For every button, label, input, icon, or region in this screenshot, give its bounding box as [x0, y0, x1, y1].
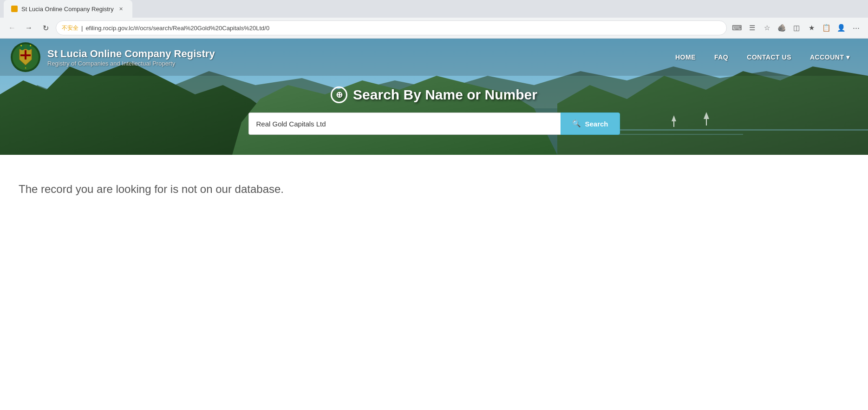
extensions-button[interactable]: 🪨 [775, 21, 788, 34]
favorites-button[interactable]: ☆ [760, 21, 773, 34]
address-bar[interactable]: 不安全 | efiling.rocip.gov.lc/#/ocrs/search… [56, 20, 727, 35]
page-wrapper: ★ ★ ✦ St Lucia Online Company Registry R… [0, 39, 868, 224]
site-title: St Lucia Online Company Registry [47, 48, 215, 60]
hero-section: ★ ★ ✦ St Lucia Online Company Registry R… [0, 39, 868, 155]
security-warning: 不安全 [62, 24, 78, 32]
nav-account[interactable]: ACCOUNT ▾ [801, 49, 859, 66]
nav-faq[interactable]: FAQ [705, 49, 737, 66]
split-button[interactable]: ◫ [790, 21, 803, 34]
tab-title: St Lucia Online Company Registry [21, 6, 114, 13]
search-icon: 🔍 [572, 119, 581, 128]
search-input[interactable] [248, 112, 561, 135]
site-logo: ★ ★ ✦ [9, 41, 42, 73]
back-button[interactable]: ← [6, 21, 19, 34]
browser-chrome: St Lucia Online Company Registry ✕ ← → ↻… [0, 0, 868, 39]
search-circle-icon: ⊕ [331, 86, 347, 103]
browser-toolbar: ← → ↻ 不安全 | efiling.rocip.gov.lc/#/ocrs/… [0, 18, 868, 38]
svg-rect-18 [20, 54, 31, 56]
site-subtitle: Registry of Companies and Intellectual P… [47, 60, 215, 67]
profile-button[interactable]: 👤 [835, 21, 848, 34]
more-button[interactable]: ⋯ [849, 21, 862, 34]
reload-button[interactable]: ↻ [39, 21, 52, 34]
reader-mode-button[interactable]: ☰ [745, 21, 758, 34]
svg-text:✦: ✦ [25, 66, 26, 69]
nav-links: HOME FAQ CONTACT US ACCOUNT ▾ [666, 49, 859, 66]
tab-favicon [11, 6, 18, 12]
url-text: efiling.rocip.gov.lc/#/ocrs/search/Real%… [85, 25, 269, 32]
nav-account-label: ACCOUNT [810, 53, 844, 61]
nav-contact-us[interactable]: CONTACT US [737, 49, 801, 66]
not-found-message: The record you are looking for is not on… [19, 183, 849, 196]
search-bar-row: 🔍 Search [248, 112, 620, 135]
collections-button[interactable]: 📋 [820, 21, 833, 34]
svg-text:★: ★ [29, 44, 32, 47]
site-nav: ★ ★ ✦ St Lucia Online Company Registry R… [0, 39, 868, 76]
svg-text:★: ★ [20, 44, 22, 47]
search-button-label: Search [585, 120, 608, 128]
search-heading: ⊕ Search By Name or Number [331, 86, 537, 103]
chevron-down-icon: ▾ [846, 53, 850, 61]
search-button[interactable]: 🔍 Search [561, 112, 620, 135]
site-title-group: St Lucia Online Company Registry Registr… [47, 48, 215, 67]
forward-button[interactable]: → [22, 21, 35, 34]
separator: | [81, 25, 83, 32]
favorites-bar-button[interactable]: ★ [805, 21, 818, 34]
search-heading-text: Search By Name or Number [353, 87, 537, 103]
tab-close-button[interactable]: ✕ [117, 5, 125, 13]
toolbar-actions: ⌨ ☰ ☆ 🪨 ◫ ★ 📋 👤 ⋯ [731, 21, 862, 34]
translate-button[interactable]: ⌨ [731, 21, 744, 34]
hero-search: ⊕ Search By Name or Number 🔍 Search [0, 76, 868, 155]
nav-home[interactable]: HOME [666, 49, 705, 66]
site-logo-area: ★ ★ ✦ St Lucia Online Company Registry R… [9, 41, 666, 73]
main-content: The record you are looking for is not on… [0, 155, 868, 224]
active-tab: St Lucia Online Company Registry ✕ [4, 0, 132, 18]
tab-bar: St Lucia Online Company Registry ✕ [0, 0, 868, 18]
